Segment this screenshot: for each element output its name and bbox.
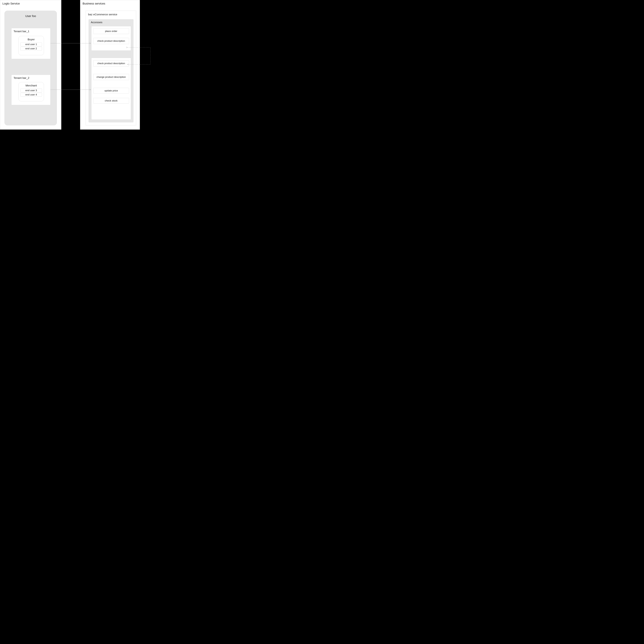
perm-check-stock: check stock — [93, 98, 129, 104]
perm-change-product-description: change product description — [93, 74, 129, 80]
perm-place-order: place order — [93, 28, 129, 34]
buyer-title: Buyer — [19, 36, 44, 42]
access-group-buyer: place order check product description — [91, 26, 131, 51]
perm-check-product-description-buyer: check product description — [93, 38, 129, 44]
business-services-title: Business services — [80, 0, 140, 7]
business-services-panel: Business services baz eCommerce service … — [80, 0, 140, 130]
logto-service-panel: Logto Service User foo Tenant bar_1 Buye… — [0, 0, 61, 130]
logto-service-title: Logto Service — [0, 0, 61, 7]
end-user-2: end user 2 — [20, 47, 42, 50]
tenant-bar-2: Tenant bar_2 Merchant end user 3 end use… — [11, 75, 50, 105]
end-user-3: end user 3 — [20, 89, 42, 92]
baz-ecommerce-service: baz eCommerce service Accesses place ord… — [86, 11, 136, 125]
accesses-title: Accesses — [89, 19, 133, 25]
accesses-box: Accesses place order check product descr… — [89, 19, 133, 122]
perm-check-product-description-merchant: check product description — [93, 60, 129, 66]
user-foo-box: User foo Tenant bar_1 Buyer end user 1 e… — [5, 11, 57, 125]
merchant-role: Merchant end user 3 end user 4 — [18, 82, 44, 101]
end-user-4: end user 4 — [20, 93, 42, 97]
user-foo-title: User foo — [5, 11, 57, 21]
merchant-title: Merchant — [19, 82, 44, 88]
end-user-1: end user 1 — [20, 43, 42, 46]
perm-update-price: update price — [93, 88, 129, 94]
baz-ecommerce-title: baz eCommerce service — [86, 11, 136, 18]
tenant-bar-1: Tenant bar_1 Buyer end user 1 end user 2 — [11, 28, 50, 59]
buyer-role: Buyer end user 1 end user 2 — [18, 36, 44, 55]
access-group-merchant: check product description change product… — [91, 58, 131, 120]
tenant-bar-2-title: Tenant bar_2 — [11, 75, 50, 81]
tenant-bar-1-title: Tenant bar_1 — [11, 28, 50, 35]
